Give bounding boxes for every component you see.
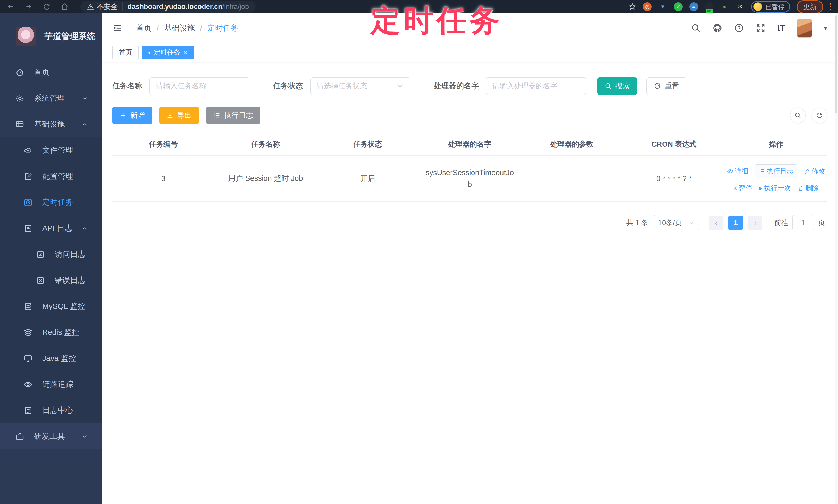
goto-page: 前往 页 <box>774 215 825 231</box>
sidebar-item-label: Java 监控 <box>42 353 76 364</box>
sidebar-item-devtools[interactable]: 研发工具 <box>0 424 102 449</box>
breadcrumb-separator: / <box>157 24 159 33</box>
page-number-button[interactable]: 1 <box>729 216 743 230</box>
table-row: 3 用户 Session 超时 Job 开启 sysUserSessionTim… <box>112 156 827 202</box>
add-button-label: 新增 <box>130 110 145 120</box>
fullscreen-icon[interactable] <box>756 23 766 33</box>
user-avatar[interactable] <box>797 19 812 38</box>
breadcrumb-item[interactable]: 基础设施 <box>164 23 195 34</box>
annotation-overlay-title: 定时任务 <box>370 1 503 41</box>
sidebar-item-error-log[interactable]: 错误日志 <box>0 267 102 293</box>
forward-icon[interactable] <box>25 3 33 11</box>
handler-name-input[interactable] <box>486 77 586 95</box>
browser-menu-icon[interactable] <box>830 3 831 10</box>
sidebar-item-access-log[interactable]: 访问日志 <box>0 241 102 267</box>
url-path: /infra/job <box>222 3 249 11</box>
api-log-icon <box>24 224 33 233</box>
column-header: CRON 表达式 <box>623 133 725 156</box>
job-status-select[interactable]: 请选择任务状态 <box>310 77 410 95</box>
github-icon[interactable] <box>713 23 722 33</box>
page-size-select[interactable]: 10条/页 <box>653 215 699 231</box>
address-bar[interactable]: 不安全 dashboard.yudao.iocoder.cn/infra/job <box>81 1 256 13</box>
pause-link-label: 暂停 <box>739 184 752 193</box>
help-icon[interactable] <box>734 23 744 33</box>
page-scrollbar[interactable] <box>835 13 838 504</box>
detail-link[interactable]: 详细 <box>727 167 748 176</box>
active-dot-icon: ● <box>148 51 151 55</box>
refresh-table-button[interactable] <box>812 108 827 123</box>
sidebar-menu: 首页 系统管理 基础设施 文件管理 配置管理 定时任务 <box>0 59 102 504</box>
font-size-icon[interactable]: tT <box>778 23 785 33</box>
sidebar-item-system[interactable]: 系统管理 <box>0 85 102 111</box>
sidebar-item-infra[interactable]: 基础设施 <box>0 111 102 137</box>
execution-log-button-label: 执行日志 <box>224 110 253 120</box>
app-logo-avatar <box>16 26 36 46</box>
sidebar-item-java[interactable]: Java 监控 <box>0 345 102 371</box>
edit-link[interactable]: 修改 <box>804 167 825 176</box>
goto-page-input[interactable] <box>792 215 814 231</box>
export-button[interactable]: 导出 <box>159 107 199 124</box>
sidebar-item-label: 错误日志 <box>55 275 86 286</box>
extension-on-badge-icon[interactable]: on <box>705 2 714 11</box>
breadcrumb-item[interactable]: 首页 <box>136 23 152 34</box>
sidebar-item-file[interactable]: 文件管理 <box>0 137 102 163</box>
extension-flower-icon[interactable]: ✻ <box>736 2 745 11</box>
sidebar-item-home[interactable]: 首页 <box>0 59 102 85</box>
chevron-down-icon <box>397 83 404 90</box>
job-name-input[interactable] <box>150 77 249 95</box>
caret-down-icon[interactable]: ▾ <box>824 24 827 32</box>
sidebar-logo-row[interactable]: 芋道管理系统 <box>0 13 102 59</box>
sidebar-item-log-center[interactable]: 日志中心 <box>0 397 102 424</box>
run-once-link[interactable]: ▶ 执行一次 <box>759 184 791 193</box>
bookmark-star-icon[interactable] <box>629 3 636 11</box>
sidebar-item-label: 定时任务 <box>42 197 73 208</box>
dashboard-icon <box>15 68 24 77</box>
jobs-table: 任务编号 任务名称 任务状态 处理器的名字 处理器的参数 CRON 表达式 操作… <box>112 133 827 202</box>
job-log-link[interactable]: 执行日志 <box>755 164 797 178</box>
delete-link-label: 删除 <box>805 184 819 193</box>
eye-icon <box>727 168 733 174</box>
extension-leaf-icon[interactable]: ❧ <box>720 2 729 11</box>
java-monitor-icon <box>24 354 33 363</box>
extension-check-icon[interactable]: ✓ <box>674 2 683 11</box>
back-icon[interactable] <box>7 3 14 11</box>
execution-log-button[interactable]: 执行日志 <box>206 107 260 124</box>
sidebar-item-mysql[interactable]: MySQL 监控 <box>0 293 102 319</box>
sidebar-item-trace[interactable]: 链路追踪 <box>0 371 102 397</box>
search-icon[interactable] <box>691 23 701 33</box>
extension-blue-icon[interactable]: ≡ <box>689 2 698 11</box>
extension-drop-icon[interactable]: ▼ <box>658 2 667 11</box>
tab-home[interactable]: 首页 <box>112 46 139 59</box>
profile-paused-pill[interactable]: 已暂停 <box>751 1 790 13</box>
sidebar-collapse-icon[interactable] <box>112 23 123 33</box>
extension-orange-icon[interactable]: ◎ <box>643 2 652 11</box>
search-button[interactable]: 搜索 <box>597 77 637 95</box>
home-icon[interactable] <box>61 3 69 11</box>
update-button[interactable]: 更新 <box>797 0 823 13</box>
next-page-button[interactable]: › <box>748 216 763 230</box>
close-icon[interactable]: × <box>184 49 187 56</box>
timer-icon <box>24 198 33 207</box>
reset-button[interactable]: 重置 <box>646 77 686 95</box>
reload-icon[interactable] <box>43 3 51 11</box>
sidebar-item-label: 系统管理 <box>34 93 65 104</box>
sidebar-item-redis[interactable]: Redis 监控 <box>0 319 102 345</box>
actions-line-1: 详细 执行日志 修改 <box>727 164 825 178</box>
goto-label: 前往 <box>774 218 788 228</box>
show-search-button[interactable] <box>790 108 805 123</box>
access-log-icon <box>36 250 45 259</box>
tab-job[interactable]: ● 定时任务 × <box>142 46 194 59</box>
reset-button-label: 重置 <box>665 81 679 91</box>
sidebar-item-config[interactable]: 配置管理 <box>0 163 102 189</box>
add-button[interactable]: 新增 <box>112 107 152 124</box>
sidebar-item-label: 研发工具 <box>34 431 65 442</box>
pause-link[interactable]: × 暂停 <box>733 184 752 193</box>
scrollbar-thumb[interactable] <box>835 15 837 113</box>
prev-page-button[interactable]: ‹ <box>709 216 723 230</box>
sidebar-item-api-log[interactable]: API 日志 <box>0 215 102 241</box>
sidebar-item-job[interactable]: 定时任务 <box>0 189 102 215</box>
security-indicator[interactable]: 不安全 <box>87 2 123 11</box>
delete-link[interactable]: 删除 <box>798 184 819 193</box>
list-icon <box>213 112 221 119</box>
list-icon <box>759 168 765 174</box>
